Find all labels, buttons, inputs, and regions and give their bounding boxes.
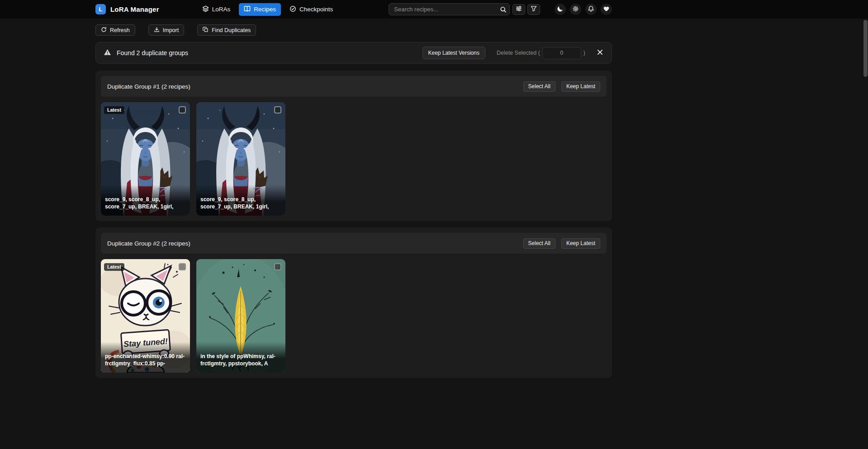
recipe-card[interactable]: score_9, score_8_up, score_7_up, BREAK, …	[196, 102, 285, 216]
scrollbar-thumb[interactable]	[863, 20, 868, 77]
duplicates-alert-banner: Found 2 duplicate groups Keep Latest Ver…	[95, 42, 612, 64]
funnel-button[interactable]	[527, 4, 540, 15]
recipe-checkbox[interactable]	[179, 263, 186, 270]
recipe-card[interactable]: Latest pp-enchanted-whimsy:0.90 ral-frct…	[101, 259, 190, 373]
recipe-caption: score_9, score_8_up, score_7_up, BREAK, …	[200, 196, 281, 210]
recipe-caption-overlay: pp-enchanted-whimsy:0.90 ral-frctlgmtry_…	[101, 342, 190, 373]
recipe-checkbox[interactable]	[179, 106, 186, 113]
recipe-checkbox[interactable]	[274, 106, 281, 113]
funnel-icon	[531, 5, 537, 13]
page-scrollbar	[863, 0, 868, 449]
duplicate-group-2-header: Duplicate Group #2 (2 recipes) Select Al…	[101, 233, 607, 254]
recipe-caption: in the style of ppWhimsy, ral-frctlgmtry…	[200, 353, 281, 367]
search-bar	[389, 3, 510, 15]
warning-icon	[104, 48, 111, 58]
tab-recipes[interactable]: Recipes	[239, 3, 281, 16]
refresh-button[interactable]: Refresh	[95, 24, 135, 36]
delete-selected-prefix: Delete Selected (	[497, 50, 540, 56]
favorites-button[interactable]	[601, 4, 612, 15]
settings-button[interactable]	[570, 4, 581, 15]
theme-toggle-button[interactable]	[555, 4, 566, 15]
toolbar: Refresh Import Find Duplicates	[95, 24, 612, 36]
keep-latest-button[interactable]: Keep Latest	[561, 81, 600, 92]
tab-recipes-label: Recipes	[254, 6, 276, 13]
latest-badge: Latest	[104, 263, 124, 271]
heart-icon	[603, 5, 610, 14]
duplicate-group-2-actions: Select All Keep Latest	[523, 238, 600, 249]
recipe-card[interactable]: Latest score_9, score_8_up, score_7_up, …	[101, 102, 190, 216]
select-all-button[interactable]: Select All	[523, 238, 555, 249]
import-icon	[154, 27, 160, 34]
duplicate-group-1-cards: Latest score_9, score_8_up, score_7_up, …	[101, 102, 607, 216]
search-input[interactable]	[389, 3, 510, 15]
filter-buttons	[512, 4, 540, 15]
alert-actions: Keep Latest Versions Delete Selected ( )	[422, 47, 604, 59]
moon-icon	[557, 5, 564, 14]
recipe-caption-overlay: score_9, score_8_up, score_7_up, BREAK, …	[196, 185, 285, 216]
corner-buttons	[555, 4, 612, 15]
main-content: Refresh Import Find Duplicates Found 2 d…	[95, 24, 612, 378]
sliders-icon	[516, 5, 522, 13]
import-button-label: Import	[163, 27, 179, 33]
refresh-button-label: Refresh	[110, 27, 130, 33]
duplicate-group-2-panel: Duplicate Group #2 (2 recipes) Select Al…	[95, 227, 612, 378]
tab-checkpoints-label: Checkpoints	[299, 6, 333, 13]
find-duplicates-button-label: Find Duplicates	[212, 27, 251, 33]
notifications-button[interactable]	[585, 4, 597, 15]
keep-latest-versions-button[interactable]: Keep Latest Versions	[422, 47, 485, 59]
app-title: LoRA Manager	[110, 5, 159, 13]
book-icon	[244, 5, 251, 14]
delete-selected-button[interactable]: Delete Selected ( )	[497, 47, 585, 59]
refresh-icon	[101, 27, 107, 34]
app-logo: L	[95, 4, 106, 14]
check-circle-icon	[289, 5, 296, 14]
close-alert-button[interactable]	[596, 48, 604, 57]
duplicate-group-2-cards: Latest pp-enchanted-whimsy:0.90 ral-frct…	[101, 259, 607, 373]
tab-loras-label: LoRAs	[212, 6, 231, 13]
nav-tabs: LoRAs Recipes Checkpoints	[197, 3, 338, 16]
search-icon[interactable]	[500, 6, 507, 13]
delete-selected-suffix: )	[583, 50, 585, 56]
recipe-card[interactable]: in the style of ppWhimsy, ral-frctlgmtry…	[196, 259, 285, 373]
duplicate-group-2-title: Duplicate Group #2 (2 recipes)	[107, 240, 190, 247]
latest-badge: Latest	[104, 106, 124, 114]
duplicate-group-1-title: Duplicate Group #1 (2 recipes)	[107, 83, 190, 90]
close-icon	[597, 49, 603, 57]
duplicate-group-1-actions: Select All Keep Latest	[523, 81, 600, 92]
recipe-caption: score_9, score_8_up, score_7_up, BREAK, …	[105, 196, 186, 210]
recipe-caption-overlay: score_9, score_8_up, score_7_up, BREAK, …	[101, 185, 190, 216]
find-duplicates-button[interactable]: Find Duplicates	[197, 24, 256, 36]
selected-count-input[interactable]	[542, 47, 581, 59]
tab-loras[interactable]: LoRAs	[197, 3, 236, 16]
recipe-caption: pp-enchanted-whimsy:0.90 ral-frctlgmtry_…	[105, 353, 186, 367]
tab-checkpoints[interactable]: Checkpoints	[285, 3, 338, 16]
import-button[interactable]: Import	[148, 24, 184, 36]
select-all-button[interactable]: Select All	[523, 81, 555, 92]
recipe-caption-overlay: in the style of ppWhimsy, ral-frctlgmtry…	[196, 342, 285, 373]
gear-icon	[572, 5, 579, 14]
bell-icon	[588, 5, 594, 14]
sliders-button[interactable]	[512, 4, 525, 15]
alert-message: Found 2 duplicate groups	[117, 49, 188, 57]
layers-icon	[202, 5, 209, 14]
duplicate-group-1-header: Duplicate Group #1 (2 recipes) Select Al…	[101, 76, 607, 97]
duplicate-group-1-panel: Duplicate Group #1 (2 recipes) Select Al…	[95, 71, 612, 221]
recipe-checkbox[interactable]	[274, 263, 281, 270]
keep-latest-button[interactable]: Keep Latest	[561, 238, 600, 249]
copy-icon	[203, 27, 209, 34]
top-navbar: L LoRA Manager LoRAs Recipes Checkpoints	[0, 0, 868, 19]
